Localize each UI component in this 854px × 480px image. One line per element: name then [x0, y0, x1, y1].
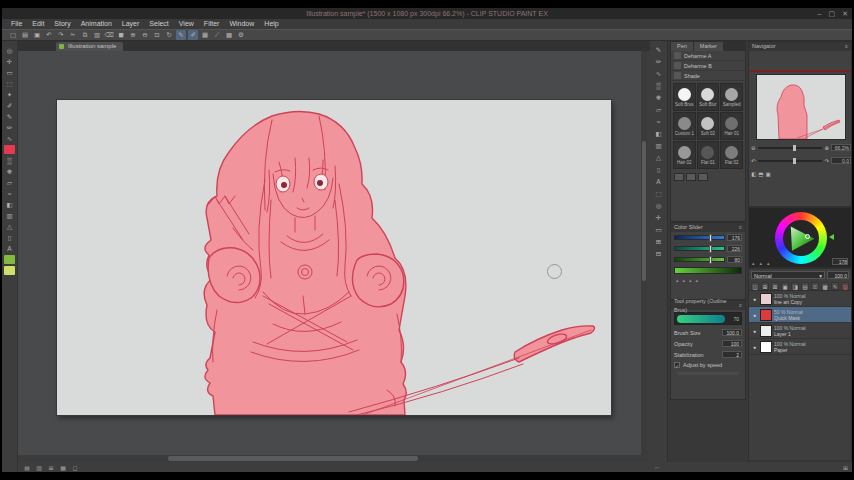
tool-icon[interactable]: ✐: [4, 101, 15, 110]
layer-thumbnail[interactable]: [760, 325, 772, 337]
zoom-value[interactable]: 66.2%: [831, 144, 851, 151]
brush-tile[interactable]: Flat 01: [697, 141, 720, 169]
toolbar-icon[interactable]: ▦: [200, 30, 210, 40]
color-slider-value[interactable]: 80: [727, 256, 742, 263]
color-tick-marker[interactable]: ▴: [683, 277, 686, 283]
panel-menu-icon[interactable]: ≡: [739, 223, 742, 232]
color-slider-knob[interactable]: [709, 234, 712, 242]
tool-property-value[interactable]: 100: [722, 340, 742, 347]
toolbar-icon[interactable]: ✁: [68, 30, 78, 40]
subtool-rail-icon[interactable]: ✛: [653, 213, 665, 222]
color-slider-track[interactable]: [674, 235, 725, 240]
navigator-preview[interactable]: [757, 75, 845, 139]
blend-mode-select[interactable]: Normal ▾: [751, 271, 825, 279]
toolbar-icon[interactable]: ⊕: [128, 30, 138, 40]
subtool-rail-icon[interactable]: ▒: [653, 81, 665, 90]
menu-item[interactable]: Edit: [27, 19, 49, 29]
zoom-out-icon[interactable]: ⊖: [751, 145, 756, 151]
menu-item[interactable]: Select: [144, 19, 173, 29]
layer-toolbar-icon[interactable]: ◨: [791, 282, 799, 290]
rotate-value[interactable]: 0.0: [831, 157, 851, 164]
brush-tile[interactable]: Sampled: [720, 83, 743, 111]
color-wheel-value[interactable]: 178: [832, 258, 848, 265]
subtool-group-row[interactable]: Deharme B: [671, 61, 745, 71]
tool-icon[interactable]: [4, 145, 15, 154]
subtool-rail-icon[interactable]: ✎: [653, 45, 665, 54]
subtool-rail-icon[interactable]: ▥: [653, 141, 665, 150]
wheel-tick-marker[interactable]: ▴: [760, 260, 763, 266]
toolbar-icon[interactable]: ▤: [20, 30, 30, 40]
close-button[interactable]: ✕: [842, 8, 848, 19]
layer-opacity-field[interactable]: 100.0: [827, 271, 849, 279]
layer-thumbnail[interactable]: [760, 293, 772, 305]
document-tab[interactable]: Illustration sample: [56, 42, 123, 51]
canvas-horizontal-scrollbar[interactable]: [18, 455, 647, 462]
menu-item[interactable]: Layer: [117, 19, 145, 29]
layer-toolbar-icon[interactable]: ⚿: [811, 282, 819, 290]
tool-icon[interactable]: ◎: [4, 46, 15, 55]
tool-icon[interactable]: ❋: [4, 167, 15, 176]
layer-visibility-icon[interactable]: ●: [751, 312, 758, 318]
rotate-slider[interactable]: [758, 160, 823, 162]
subtool-rail-icon[interactable]: ◧: [653, 129, 665, 138]
menu-item[interactable]: View: [174, 19, 199, 29]
rotate-right-icon[interactable]: ↷: [824, 158, 829, 164]
toolbar-icon[interactable]: ⊖: [140, 30, 150, 40]
subtool-rail-icon[interactable]: ▱: [653, 105, 665, 114]
tool-icon[interactable]: ▭: [4, 68, 15, 77]
panel-menu-icon[interactable]: ≡: [739, 301, 742, 310]
subtool-rail-icon[interactable]: ⊞: [653, 237, 665, 246]
wheel-tick-marker[interactable]: ▴: [752, 260, 755, 266]
subtool-tab[interactable]: Pen: [671, 42, 693, 51]
tool-property-value[interactable]: 2: [722, 351, 742, 358]
tool-icon[interactable]: ⬚: [4, 79, 15, 88]
tool-icon[interactable]: [4, 266, 15, 275]
subtool-tab[interactable]: Marker: [694, 42, 723, 51]
adjust-by-speed-checkbox[interactable]: ✓: [674, 362, 680, 368]
menu-item[interactable]: Window: [224, 19, 259, 29]
brush-extra-swatch[interactable]: [686, 173, 696, 181]
color-slider-knob[interactable]: [709, 245, 712, 253]
subtool-rail-icon[interactable]: ⊟: [653, 249, 665, 258]
subtool-rail-icon[interactable]: A: [653, 177, 665, 186]
tool-icon[interactable]: ✏: [4, 123, 15, 132]
color-tick-marker[interactable]: ▴: [689, 277, 692, 283]
layer-row[interactable]: ● 50 % Normal Quick Mask: [749, 307, 851, 323]
tool-icon[interactable]: ∿: [4, 134, 15, 143]
tool-icon[interactable]: ✛: [4, 57, 15, 66]
subtool-rail-icon[interactable]: ▭: [653, 225, 665, 234]
wheel-tick-marker[interactable]: ▴: [767, 260, 770, 266]
canvas-page[interactable]: [57, 100, 611, 415]
tool-icon[interactable]: ✎: [4, 112, 15, 121]
layer-row[interactable]: ● 100 % Normal Layer 1: [749, 323, 851, 339]
tool-icon[interactable]: A: [4, 244, 15, 253]
maximize-button[interactable]: ▢: [829, 8, 836, 19]
toolbar-icon[interactable]: ⚙: [236, 30, 246, 40]
color-gradient-strip[interactable]: [674, 267, 742, 274]
subtool-rail-icon[interactable]: △: [653, 153, 665, 162]
brush-tile[interactable]: Soft Brus: [673, 83, 696, 111]
layer-visibility-icon[interactable]: ●: [751, 328, 758, 334]
zoom-in-icon[interactable]: ⊕: [824, 145, 829, 151]
zoom-slider[interactable]: [758, 147, 823, 149]
toolbar-icon[interactable]: ↻: [164, 30, 174, 40]
subtool-rail-icon[interactable]: ⬚: [653, 189, 665, 198]
toolbar-icon[interactable]: ⊡: [152, 30, 162, 40]
layer-row[interactable]: ● 100 % Normal Paper: [749, 339, 851, 355]
subtool-rail-icon[interactable]: ❋: [653, 93, 665, 102]
tool-icon[interactable]: ▒: [4, 156, 15, 165]
layer-toolbar-icon[interactable]: ▤: [801, 282, 809, 290]
menu-item[interactable]: Animation: [76, 19, 117, 29]
menu-item[interactable]: Help: [259, 19, 283, 29]
toolbar-icon[interactable]: ⧉: [80, 30, 90, 40]
tool-icon[interactable]: [4, 255, 15, 264]
color-slider-track[interactable]: [674, 257, 725, 262]
brush-tile[interactable]: Custom 1: [673, 112, 696, 140]
reset-view-icon[interactable]: ▣: [765, 171, 770, 177]
layer-toolbar-icon[interactable]: ▥: [841, 282, 849, 290]
subtool-rail-icon[interactable]: ▯: [653, 165, 665, 174]
canvas-area[interactable]: [18, 51, 647, 455]
brush-tile[interactable]: Soft Blur: [697, 83, 720, 111]
subtool-rail-icon[interactable]: ✏: [653, 57, 665, 66]
color-tick-marker[interactable]: ▴: [696, 277, 699, 283]
